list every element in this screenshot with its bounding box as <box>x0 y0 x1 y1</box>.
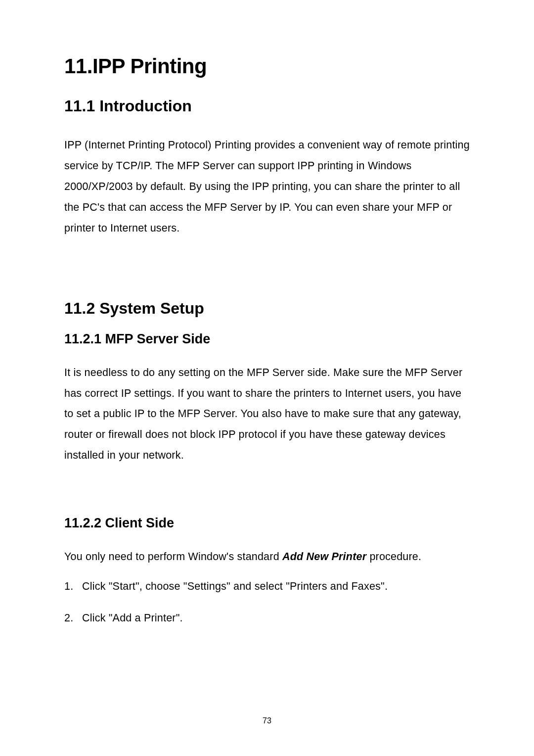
step-2-number: 2. <box>64 608 82 629</box>
step-1-text: Click "Start", choose "Settings" and sel… <box>82 580 388 592</box>
page-number: 73 <box>0 716 534 725</box>
intro-suffix: procedure. <box>366 551 421 563</box>
step-1-number: 1. <box>64 576 82 597</box>
step-2: 2.Click "Add a Printer". <box>64 608 472 629</box>
chapter-title: 11.IPP Printing <box>64 54 472 78</box>
subsection-11-2-2-title: 11.2.2 Client Side <box>64 516 472 531</box>
subsection-11-2-2-intro: You only need to perform Window's standa… <box>64 547 472 567</box>
step-1: 1.Click "Start", choose "Settings" and s… <box>64 576 472 597</box>
step-2-text: Click "Add a Printer". <box>82 612 183 624</box>
intro-prefix: You only need to perform Window's standa… <box>64 551 282 563</box>
section-11-2-title: 11.2 System Setup <box>64 299 472 318</box>
section-11-1-title: 11.1 Introduction <box>64 97 472 115</box>
subsection-11-2-1-title: 11.2.1 MFP Server Side <box>64 331 472 347</box>
document-page: 11.IPP Printing 11.1 Introduction IPP (I… <box>0 0 534 629</box>
spacer <box>64 270 472 299</box>
intro-bold-term: Add New Printer <box>282 551 366 563</box>
subsection-11-2-1-body: It is needless to do any setting on the … <box>64 363 472 467</box>
section-11-1-body: IPP (Internet Printing Protocol) Printin… <box>64 135 472 239</box>
spacer <box>64 492 472 516</box>
